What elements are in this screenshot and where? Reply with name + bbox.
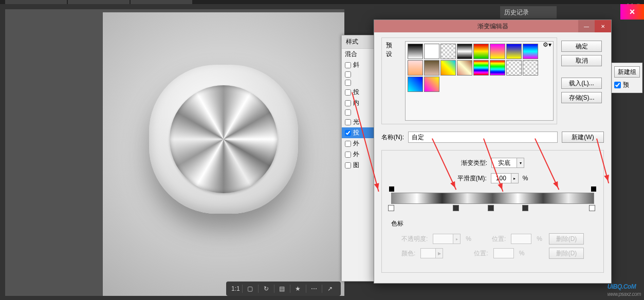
preset-swatch-15[interactable] [523,60,538,76]
preset-swatch-1[interactable] [424,44,439,59]
gradient-type-select[interactable] [491,158,517,168]
presets-label: 预设 [382,38,402,62]
preset-swatch-6[interactable] [506,44,522,59]
load-button[interactable]: 载入(L)... [561,78,602,89]
opacity-stop-right[interactable] [591,186,596,192]
right-new-panel: 新建组 预 [612,63,642,93]
color-stop-4[interactable] [589,205,595,211]
preset-swatch-17[interactable] [424,77,439,92]
preset-swatch-13[interactable] [490,60,505,76]
style-check-7[interactable] [345,141,351,147]
gradient-editor-dialog: 渐变编辑器 ― ✕ 预设 ⚙▾ 确定 取消 载入(L)... 存储(S)... … [374,20,612,284]
document-canvas[interactable] [103,12,344,296]
style-gradient-overlay[interactable]: 投 [353,128,359,137]
delete-opacity-stop: 删除(D) [549,233,584,245]
stepper-icon[interactable]: ▸ [511,173,519,183]
preset-swatch-14[interactable] [506,60,522,76]
style-check-0[interactable] [345,62,351,68]
stops-section-label: 色标 [391,219,594,228]
save-icon[interactable]: ▤ [277,283,288,294]
artwork-button-base [149,65,298,214]
color-stop-0[interactable] [388,205,394,211]
color-pos-label: 位置: [474,249,488,258]
window-close-button[interactable]: × [620,4,644,20]
presets-gear-icon[interactable]: ⚙▾ [543,41,551,48]
minimize-button[interactable]: ― [578,20,595,32]
preset-swatch-16[interactable] [408,77,423,92]
gradient-bar[interactable] [391,193,594,204]
ok-button[interactable]: 确定 [561,41,602,52]
preview-checkbox[interactable] [614,82,621,88]
dropdown-icon[interactable]: ▾ [517,158,524,168]
dialog-title: 渐变编辑器 [477,22,508,31]
smoothness-input[interactable] [491,173,511,183]
color-stop-label: 颜色: [401,249,415,258]
color-pos-input [493,248,514,258]
color-stop-2[interactable] [488,205,494,211]
preset-swatch-2[interactable] [440,44,456,59]
canvas-area [5,9,344,296]
artwork-metal-knob [170,85,278,193]
style-check-4[interactable] [345,100,351,106]
style-check-8[interactable] [345,152,351,158]
style-check-1[interactable] [345,71,351,78]
new-group-button[interactable]: 新建组 [614,66,640,78]
close-button[interactable]: ✕ [595,20,611,32]
opacity-value-input [433,234,453,244]
preset-swatch-8[interactable] [408,60,423,76]
preset-swatch-7[interactable] [523,44,538,59]
opacity-pos-label: 位置: [492,235,506,243]
opacity-stop-left[interactable] [389,186,394,192]
save-button[interactable]: 存储(S)... [561,92,602,103]
style-check-gradient[interactable] [345,130,351,136]
style-check-2[interactable] [345,80,351,86]
delete-color-stop: 删除(D) [549,248,584,259]
opacity-stop-label: 不透明度: [401,235,428,243]
more-icon[interactable]: ⋯ [308,283,320,294]
preset-swatch-11[interactable] [457,60,472,76]
watermark: UiBQ.CoM www.psaxz.com [608,279,641,297]
dialog-titlebar[interactable]: 渐变编辑器 ― ✕ [374,20,611,32]
canvas-toolbar: 1:1 ▢ ↻ ▤ ★ ⋯ ↗ [226,282,341,296]
style-check-6[interactable] [345,119,351,125]
presets-grid [405,41,554,121]
cancel-button[interactable]: 取消 [561,55,602,66]
preset-swatch-3[interactable] [457,44,472,59]
history-panel-tab[interactable]: 历史记录 [500,6,557,18]
gradient-type-label: 渐变类型: [461,159,487,167]
color-swatch [420,248,436,258]
preset-swatch-4[interactable] [473,44,489,59]
rotate-icon[interactable]: ↻ [261,283,272,294]
color-stop-3[interactable] [522,205,528,211]
preset-swatch-12[interactable] [473,60,489,76]
smoothness-label: 平滑度(M): [457,174,487,183]
zoom-label[interactable]: 1:1 [231,285,240,292]
preset-swatch-9[interactable] [424,60,439,76]
fit-screen-icon[interactable]: ▢ [245,283,256,294]
share-icon[interactable]: ↗ [324,283,336,294]
preset-swatch-5[interactable] [490,44,505,59]
style-check-9[interactable] [345,162,351,168]
color-stop-1[interactable] [453,205,459,211]
style-check-5[interactable] [345,109,351,116]
preset-swatch-10[interactable] [440,60,456,76]
style-check-3[interactable] [345,89,351,96]
star-icon[interactable]: ★ [292,283,304,294]
opacity-pos-input [511,234,531,244]
name-label: 名称(N): [381,133,404,142]
preset-swatch-0[interactable] [408,44,423,59]
